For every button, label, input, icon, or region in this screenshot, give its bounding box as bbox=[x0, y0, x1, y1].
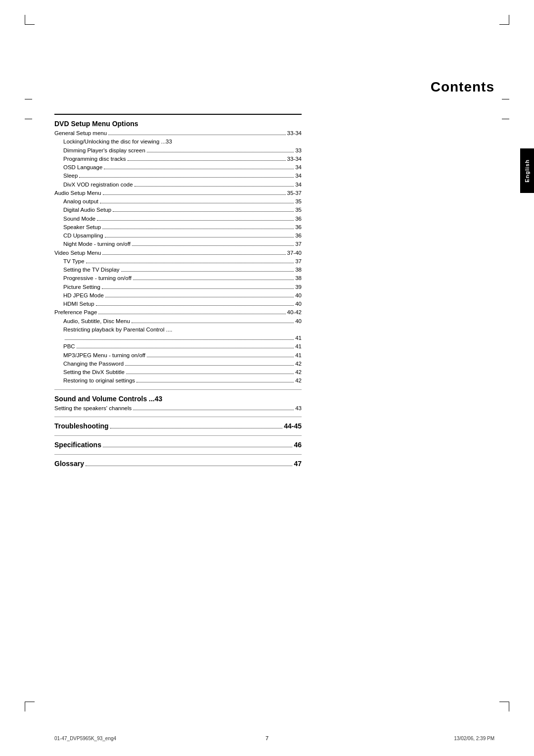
page-programming: 33-34 bbox=[287, 155, 302, 163]
dots-digital-audio bbox=[113, 211, 294, 212]
separator-2 bbox=[54, 417, 302, 417]
toc-entry-audio-setup: Audio Setup Menu 35-37 bbox=[54, 189, 302, 197]
glossary-section: Glossary 47 bbox=[54, 459, 302, 469]
toc-label-mp3: MP3/JPEG Menu - turning on/off bbox=[63, 351, 145, 360]
toc-entry-pbc: PBC 41 bbox=[54, 342, 302, 351]
toc-label-dimming: Dimming Player's display screen bbox=[63, 146, 145, 155]
toc-entry-picture: Picture Setting 39 bbox=[54, 283, 302, 291]
toc-label-divx-subtitle: Setting the DivX Subtitle bbox=[63, 368, 125, 377]
dots-osd bbox=[104, 169, 294, 169]
specifications-section: Specifications 46 bbox=[54, 440, 302, 450]
page-pbc: 41 bbox=[295, 342, 302, 351]
dots-cd-upsampling bbox=[105, 237, 294, 237]
dots-speaker bbox=[102, 229, 294, 229]
dots-hd-jpeg bbox=[105, 297, 294, 297]
dots-programming bbox=[128, 160, 286, 161]
toc-entry-digital-audio: Digital Audio Setup 35 bbox=[54, 206, 302, 214]
dots-divx bbox=[134, 186, 294, 187]
footer-left: 01-47_DVP5965K_93_eng4 bbox=[54, 736, 116, 741]
dots-restoring bbox=[136, 382, 294, 382]
dots-progressive bbox=[133, 280, 294, 280]
separator-4 bbox=[54, 454, 302, 455]
toc-entry-hdmi: HDMI Setup 40 bbox=[54, 300, 302, 308]
toc-label-password: Changing the Password bbox=[63, 360, 124, 368]
page-tv-display: 38 bbox=[295, 266, 302, 274]
page-analog: 35 bbox=[295, 197, 302, 206]
toc-label-night-mode: Night Mode - turning on/off bbox=[63, 240, 131, 248]
dots-tv-display bbox=[121, 271, 294, 272]
dots-picture bbox=[102, 288, 294, 289]
corner-mark-br bbox=[499, 702, 509, 711]
toc-label-hd-jpeg: HD JPEG Mode bbox=[63, 291, 104, 300]
toc-entry-sound-mode: Sound Mode 36 bbox=[54, 215, 302, 223]
page-digital-audio: 35 bbox=[295, 206, 302, 214]
dots-troubleshooting bbox=[110, 428, 283, 428]
toc-entry-night-mode: Night Mode - turning on/off 37 bbox=[54, 240, 302, 248]
page-mp3: 41 bbox=[295, 351, 302, 360]
separator-1 bbox=[54, 389, 302, 390]
toc-label-sleep: Sleep bbox=[63, 172, 78, 180]
sound-volume-page: 43 bbox=[155, 394, 163, 404]
page-general-setup: 33-34 bbox=[287, 129, 302, 138]
dvd-setup-title: DVD Setup Menu Options bbox=[54, 119, 138, 129]
dots-preference bbox=[98, 314, 285, 314]
page-speaker: 36 bbox=[295, 223, 302, 232]
toc-label-tv-display: Setting the TV Display bbox=[63, 266, 120, 274]
dots-dimming bbox=[147, 152, 294, 152]
toc-label-video-setup: Video Setup Menu bbox=[54, 249, 101, 257]
page-audio-subtitle: 40 bbox=[295, 317, 302, 326]
toc-entry-dimming: Dimming Player's display screen 33 bbox=[54, 146, 302, 155]
toc-label-progressive: Progressive - turning on/off bbox=[63, 274, 132, 283]
specifications-header: Specifications 46 bbox=[54, 440, 302, 450]
toc-label-general-setup: General Setup menu bbox=[54, 129, 107, 138]
toc-entry-restoring: Restoring to original settings 42 bbox=[54, 377, 302, 385]
page-speakers: 43 bbox=[295, 404, 302, 413]
toc-label-cd-upsampling: CD Upsampling bbox=[63, 232, 103, 240]
dots-specifications bbox=[103, 447, 293, 447]
corner-mark-tr bbox=[499, 15, 509, 25]
toc-entry-preference: Preference Page 40-42 bbox=[54, 308, 302, 317]
side-mark-right bbox=[502, 99, 509, 99]
page-container: English Contents DVD Setup Menu Options … bbox=[0, 0, 534, 756]
dots-video-setup bbox=[102, 254, 285, 255]
page-divx: 34 bbox=[295, 181, 302, 189]
page-preference: 40-42 bbox=[287, 308, 302, 317]
toc-label-parental: Restricting playback by Parental Control… bbox=[63, 326, 173, 334]
toc-entry-analog: Analog output 35 bbox=[54, 197, 302, 206]
toc-entry-password: Changing the Password 42 bbox=[54, 360, 302, 368]
toc-label-divx: DivX VOD registration code bbox=[63, 181, 133, 189]
footer-right: 13/02/06, 2:39 PM bbox=[454, 736, 494, 741]
page-hd-jpeg: 40 bbox=[295, 291, 302, 300]
toc-label-osd: OSD Language bbox=[63, 163, 102, 172]
side-mark-right2 bbox=[502, 119, 509, 119]
toc-label-locking: Locking/Unlocking the disc for viewing .… bbox=[63, 138, 166, 146]
toc-label-preference: Preference Page bbox=[54, 308, 97, 317]
dots-glossary bbox=[86, 466, 292, 466]
toc-entry-mp3: MP3/JPEG Menu - turning on/off 41 bbox=[54, 351, 302, 360]
corner-mark-tl bbox=[25, 15, 35, 25]
toc-label-digital-audio: Digital Audio Setup bbox=[63, 206, 111, 214]
page-osd: 34 bbox=[295, 163, 302, 172]
toc-entry-audio-subtitle: Audio, Subtitle, Disc Menu 40 bbox=[54, 317, 302, 326]
toc-entry-tv-display: Setting the TV Display 38 bbox=[54, 266, 302, 274]
content-box: DVD Setup Menu Options General Setup men… bbox=[54, 114, 302, 470]
sound-volume-header: Sound and Volume Controls ... 43 bbox=[54, 394, 302, 404]
page-password: 42 bbox=[295, 360, 302, 368]
page-title: Contents bbox=[431, 79, 494, 95]
side-mark-left2 bbox=[25, 119, 32, 119]
dots-mp3 bbox=[147, 357, 294, 357]
dots-sound-mode bbox=[97, 220, 294, 221]
toc-label-audio-subtitle: Audio, Subtitle, Disc Menu bbox=[63, 317, 130, 326]
troubleshooting-title: Troubleshooting bbox=[54, 421, 109, 431]
dvd-setup-section: DVD Setup Menu Options General Setup men… bbox=[54, 119, 302, 385]
glossary-page: 47 bbox=[294, 459, 302, 469]
dots-general-setup bbox=[108, 135, 285, 135]
page-hdmi: 40 bbox=[295, 300, 302, 308]
dots-parental bbox=[65, 339, 294, 340]
toc-entry-divx-subtitle: Setting the DivX Subtitle 42 bbox=[54, 368, 302, 377]
toc-entry-parental: Restricting playback by Parental Control… bbox=[54, 326, 302, 334]
toc-entry-general-setup: General Setup menu 33-34 bbox=[54, 129, 302, 138]
toc-entry-divx: DivX VOD registration code 34 bbox=[54, 181, 302, 189]
dots-sleep bbox=[79, 177, 294, 178]
toc-label-sound-mode: Sound Mode bbox=[63, 215, 95, 223]
